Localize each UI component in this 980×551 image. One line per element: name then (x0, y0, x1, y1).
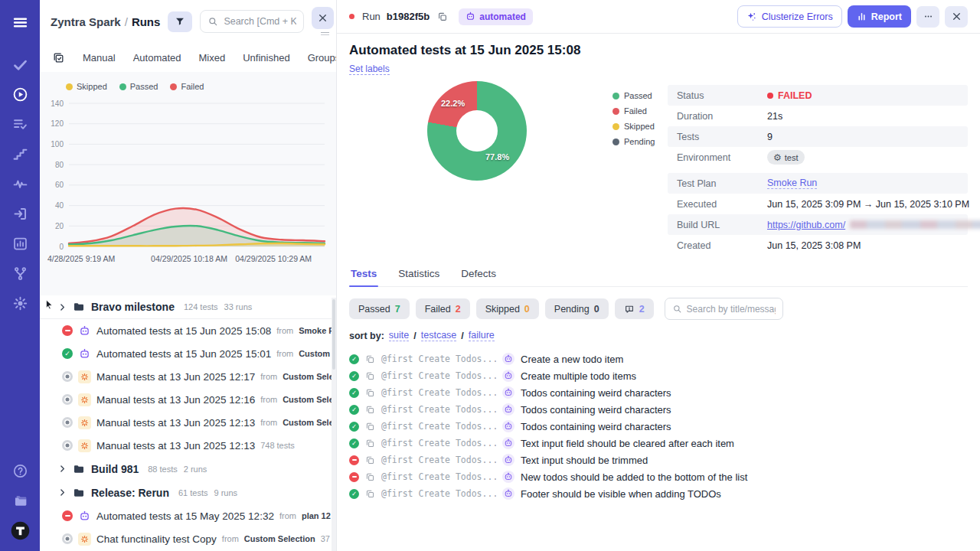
test-list: ✓@first Create Todos...Create a new todo… (349, 350, 968, 502)
sort-by-suite[interactable]: suite (389, 330, 409, 341)
test-row[interactable]: @first Create Todos...Text input should … (349, 452, 968, 468)
automated-test-icon (502, 420, 514, 432)
runs-play-icon[interactable] (5, 81, 35, 107)
help-icon[interactable] (5, 458, 35, 484)
legend-item: Failed (612, 106, 655, 116)
pulse-activity-icon[interactable] (5, 171, 35, 197)
search-icon (672, 304, 682, 314)
copy-run-id-button[interactable] (436, 10, 449, 24)
test-suite-path: @first Create Todos... (381, 354, 496, 364)
run-row[interactable]: Manual tests at 13 Jun 2025 12:13748 tes… (40, 434, 336, 457)
close-panel-button[interactable] (312, 7, 334, 29)
run-row[interactable]: Automated tests at 15 Jun 2025 15:08from… (40, 319, 336, 342)
sort-by-testcase[interactable]: testcase (421, 330, 457, 341)
detail-value: FAILED (767, 90, 812, 101)
build-url-link[interactable]: https://github.com/ (767, 220, 845, 230)
test-row[interactable]: ✓@first Create Todos...Todos containing … (349, 418, 968, 435)
branches-icon[interactable] (5, 260, 35, 286)
tab-automated[interactable]: Automated (133, 52, 181, 64)
detail-label: Build URL (677, 220, 767, 230)
detail-value: Jun 15, 2025 3:08 PM (767, 240, 861, 251)
tab-statistics[interactable]: Statistics (397, 268, 441, 286)
tab-tests[interactable]: Tests (349, 268, 378, 286)
import-icon[interactable] (5, 201, 35, 227)
breadcrumb-separator: / (125, 15, 128, 28)
filter-runs-button[interactable] (168, 11, 192, 32)
run-type-manual-icon (78, 439, 91, 452)
detail-row-duration: Duration21s (668, 106, 968, 126)
detail-label: Tests (677, 132, 767, 142)
legend-item: Pending (612, 137, 655, 146)
test-plans-list-icon[interactable] (5, 111, 35, 137)
tab-defects[interactable]: Defects (459, 268, 498, 286)
more-actions-button[interactable] (916, 6, 939, 28)
folder-row[interactable]: Bravo milestone124 tests33 runs (40, 295, 336, 319)
chip-count: 0 (524, 304, 530, 315)
test-row[interactable]: ✓@first Create Todos...Create multiple t… (349, 367, 968, 384)
tab-groups[interactable]: Groups (308, 52, 337, 64)
select-runs-icon[interactable] (52, 51, 65, 64)
panel-resize-handle-icon[interactable] (321, 32, 329, 35)
folder-title: Release: Rerun (91, 487, 169, 499)
filter-passed-chip[interactable]: Passed7 (349, 298, 410, 319)
test-title: Create a new todo item (521, 354, 623, 365)
detail-label: Created (677, 240, 767, 251)
projects-folder-icon[interactable] (5, 487, 35, 514)
tests-check-icon[interactable] (5, 51, 35, 77)
test-row[interactable]: ✓@first Create Todos...Todos containing … (349, 401, 968, 418)
test-row[interactable]: ✓@first Create Todos...Todos containing … (349, 384, 968, 401)
test-suite-path: @first Create Todos... (381, 387, 496, 398)
run-id: b1982f5b (387, 11, 430, 22)
menu-icon[interactable] (5, 9, 35, 35)
tab-manual[interactable]: Manual (83, 52, 116, 64)
filter-skipped-chip[interactable]: Skipped0 (476, 298, 539, 319)
test-status-failed-icon (349, 472, 359, 482)
folder-icon (73, 463, 85, 475)
run-title: Automated tests at 15 Jun 2025 15:01 (96, 348, 271, 360)
folder-row[interactable]: Release: Rerun61 tests9 runs (40, 481, 336, 504)
run-title: Manual tests at 13 Jun 2025 12:13 (96, 440, 255, 452)
run-row[interactable]: ✓Automated tests at 15 Jun 2025 15:01fro… (40, 342, 336, 365)
runs-search-input[interactable] (224, 16, 296, 27)
milestones-steps-icon[interactable] (5, 141, 35, 167)
folder-row[interactable]: Build 98188 tests2 runs (40, 457, 336, 481)
detail-row-status: StatusFAILED (668, 85, 968, 106)
test-row[interactable]: ✓@first Create Todos...Create a new todo… (349, 350, 968, 367)
tab-mixed[interactable]: Mixed (199, 52, 226, 64)
comments-filter-chip[interactable]: 2 (615, 298, 654, 319)
detail-value: 21s (767, 111, 782, 122)
run-type-manual-icon (78, 393, 91, 406)
filter-pending-chip[interactable]: Pending0 (545, 298, 609, 319)
run-row[interactable]: Manual tests at 13 Jun 2025 12:13fromCus… (40, 411, 336, 434)
test-row[interactable]: ✓@first Create Todos...Text input field … (349, 435, 968, 452)
close-run-button[interactable] (945, 6, 968, 28)
test-row[interactable]: ✓@first Create Todos...Footer should be … (349, 485, 968, 502)
runs-trend-card: SkippedPassedFailed 0204060801001201404/… (40, 72, 336, 295)
run-row[interactable]: Automated tests at 15 May 2025 12:32from… (40, 504, 336, 527)
breadcrumb-project[interactable]: Zyntra Spark (51, 15, 121, 28)
close-icon (318, 13, 328, 23)
run-type-automated-icon (78, 347, 91, 360)
run-row[interactable]: Manual tests at 13 Jun 2025 12:16fromCus… (40, 388, 336, 411)
tests-search-input[interactable] (687, 304, 776, 315)
test-plan-link[interactable]: Smoke Run (767, 178, 817, 189)
chip-label: Failed (425, 304, 451, 315)
runs-panel-header: Zyntra Spark/Runs (40, 0, 336, 43)
test-row[interactable]: @first Create Todos...New todos should b… (349, 468, 968, 485)
tab-unfinished[interactable]: Unfinished (243, 52, 289, 64)
set-labels-link[interactable]: Set labels (349, 64, 390, 75)
clipboard-icon (365, 455, 375, 465)
clusterize-errors-button[interactable]: Clusterize Errors (737, 5, 842, 28)
settings-gear-icon[interactable] (5, 290, 35, 316)
report-button[interactable]: Report (848, 5, 911, 28)
run-row[interactable]: Chat functinality test CopyfromCustom Se… (40, 527, 336, 550)
run-row[interactable]: Manual tests at 13 Jun 2025 12:17fromCus… (40, 365, 336, 388)
sort-by-failure[interactable]: failure (469, 330, 495, 341)
filter-failed-chip[interactable]: Failed2 (416, 298, 470, 319)
app-logo[interactable] (5, 517, 35, 543)
analytics-chart-icon[interactable] (5, 230, 35, 256)
legend-dot (612, 139, 619, 145)
run-tests-count: 748 tests (260, 441, 295, 450)
clipboard-icon (365, 354, 375, 364)
left-panel-scrollbar[interactable] (332, 298, 336, 551)
